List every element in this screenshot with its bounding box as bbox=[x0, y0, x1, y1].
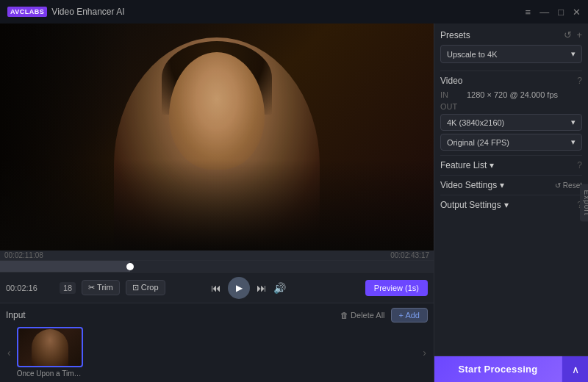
titlebar: AVCLABS Video Enhancer AI ≡ — □ ✕ bbox=[0, 0, 588, 24]
timeline-area[interactable] bbox=[0, 260, 434, 272]
skip-forward-button[interactable]: ⏭ bbox=[253, 281, 270, 295]
presets-chevron-icon: ▾ bbox=[571, 49, 576, 59]
reset-button[interactable]: ↺ Reset bbox=[555, 181, 582, 190]
timeline-progress bbox=[0, 261, 130, 272]
add-preset-icon[interactable]: + bbox=[576, 29, 582, 40]
bottom-bar: Start Processing ∧ bbox=[434, 356, 588, 382]
add-button[interactable]: + Add bbox=[391, 308, 428, 322]
controls-bar: 00:02:16 18 ✂ Trim ⊡ Crop ⏮ ▶ ⏭ 🔊 Previe… bbox=[0, 272, 434, 303]
expand-button[interactable]: ∧ bbox=[562, 356, 588, 382]
clip-thumb-figure bbox=[32, 329, 68, 366]
start-processing-button[interactable]: Start Processing bbox=[434, 356, 562, 382]
preview-button[interactable]: Preview (1s) bbox=[365, 280, 428, 296]
feature-list-label: Feature List bbox=[440, 160, 487, 170]
resolution-chevron-icon: ▾ bbox=[571, 118, 576, 127]
output-settings-title: Output Settings ▾ bbox=[440, 200, 509, 210]
video-title: Video bbox=[440, 76, 462, 86]
right-content: Presets ↺ + Upscale to 4K ▾ Video ? bbox=[434, 24, 588, 356]
video-background bbox=[0, 24, 434, 251]
feature-list-header[interactable]: Feature List ▾ ? bbox=[440, 160, 582, 170]
scroll-left-button[interactable]: ‹ bbox=[6, 345, 12, 360]
clip-item[interactable]: Once Upon a Time in ... bbox=[17, 327, 83, 378]
clip-name: Once Upon a Time in ... bbox=[17, 370, 83, 378]
close-icon[interactable]: ✕ bbox=[573, 7, 581, 18]
video-in-row: IN 1280 × 720 @ 24.000 fps bbox=[440, 90, 582, 99]
video-overlay-dark bbox=[0, 159, 434, 251]
output-settings-section: Output Settings ▾ ? bbox=[440, 195, 582, 210]
timeline-thumb[interactable] bbox=[126, 263, 134, 270]
play-button[interactable]: ▶ bbox=[228, 277, 250, 299]
minimize-icon[interactable]: — bbox=[539, 7, 549, 18]
main-content: 00:02:11:08 00:02:43:17 00:02:16 18 ✂ Tr… bbox=[0, 24, 588, 382]
feature-list-chevron-icon: ▾ bbox=[490, 160, 494, 170]
presets-title: Presets bbox=[440, 30, 470, 40]
input-header: Input 🗑 Delete All + Add bbox=[6, 308, 428, 322]
video-settings-label: Video Settings bbox=[440, 180, 497, 190]
timeline-start: 00:02:11:08 bbox=[4, 251, 43, 259]
presets-dropdown[interactable]: Upscale to 4K ▾ bbox=[440, 45, 582, 63]
input-actions: 🗑 Delete All + Add bbox=[340, 308, 428, 322]
video-settings-chevron-icon: ▾ bbox=[500, 180, 504, 190]
export-tab[interactable]: Export bbox=[580, 184, 588, 222]
output-settings-chevron-icon: ▾ bbox=[504, 200, 509, 210]
menu-icon[interactable]: ≡ bbox=[526, 7, 531, 18]
right-panel: Export Presets ↺ + Upscale to 4K ▾ bbox=[434, 24, 588, 382]
fps-chevron-icon: ▾ bbox=[571, 137, 576, 147]
crop-button[interactable]: ⊡ Crop bbox=[126, 280, 165, 295]
maximize-icon[interactable]: □ bbox=[558, 7, 564, 18]
frame-display: 18 bbox=[60, 282, 76, 294]
feature-list-section: Feature List ▾ ? bbox=[440, 155, 582, 170]
left-panel: 00:02:11:08 00:02:43:17 00:02:16 18 ✂ Tr… bbox=[0, 24, 434, 382]
video-section: Video ? IN 1280 × 720 @ 24.000 fps OUT 4… bbox=[440, 71, 582, 151]
feature-list-title: Feature List ▾ bbox=[440, 160, 494, 170]
output-settings-header[interactable]: Output Settings ▾ ? bbox=[440, 200, 582, 210]
timeline-bar[interactable] bbox=[0, 261, 434, 272]
video-header: Video ? bbox=[440, 76, 582, 86]
in-label: IN bbox=[440, 90, 461, 99]
skip-back-button[interactable]: ⏮ bbox=[207, 281, 225, 295]
current-time-display: 00:02:16 bbox=[6, 284, 54, 292]
feature-list-help-icon[interactable]: ? bbox=[577, 160, 582, 170]
video-settings-header[interactable]: Video Settings ▾ ↺ Reset bbox=[440, 180, 582, 190]
output-settings-label: Output Settings bbox=[440, 200, 501, 210]
video-preview bbox=[0, 24, 434, 251]
trim-button[interactable]: ✂ Trim bbox=[82, 280, 119, 295]
transport-controls: ⏮ ▶ ⏭ 🔊 bbox=[207, 277, 286, 299]
input-panel: Input 🗑 Delete All + Add ‹ Once Upon a T… bbox=[0, 303, 434, 382]
presets-icons: ↺ + bbox=[564, 29, 582, 40]
out-label: OUT bbox=[440, 102, 461, 111]
timeline-end: 00:02:43:17 bbox=[390, 251, 429, 259]
resolution-dropdown[interactable]: 4K (3840x2160) ▾ bbox=[440, 114, 582, 131]
logo-box: AVCLABS bbox=[7, 7, 47, 17]
clips-container: Once Upon a Time in ... bbox=[17, 327, 417, 378]
video-settings-title: Video Settings ▾ bbox=[440, 180, 504, 190]
video-out-row: OUT bbox=[440, 102, 582, 111]
resolution-value: 4K (3840x2160) bbox=[447, 118, 504, 127]
fps-value: Original (24 FPS) bbox=[447, 138, 509, 147]
input-scroll-area: ‹ Once Upon a Time in ... › bbox=[6, 327, 428, 378]
presets-section: Presets ↺ + Upscale to 4K ▾ bbox=[440, 29, 582, 63]
app-logo: AVCLABS Video Enhancer AI bbox=[7, 7, 125, 17]
in-value: 1280 × 720 @ 24.000 fps bbox=[467, 90, 558, 99]
scroll-right-button[interactable]: › bbox=[421, 345, 428, 360]
timeline-timestamps: 00:02:11:08 00:02:43:17 bbox=[0, 251, 434, 260]
volume-button[interactable]: 🔊 bbox=[273, 282, 286, 294]
refresh-icon[interactable]: ↺ bbox=[564, 29, 572, 40]
video-settings-section: Video Settings ▾ ↺ Reset bbox=[440, 175, 582, 190]
window-controls[interactable]: ≡ — □ ✕ bbox=[526, 7, 581, 18]
video-help-icon[interactable]: ? bbox=[577, 76, 582, 86]
input-label: Input bbox=[6, 310, 26, 320]
video-settings-right: ↺ Reset bbox=[555, 181, 582, 190]
presets-header: Presets ↺ + bbox=[440, 29, 582, 40]
delete-all-button[interactable]: 🗑 Delete All bbox=[340, 311, 385, 320]
app-name: Video Enhancer AI bbox=[51, 7, 124, 17]
clip-thumbnail bbox=[17, 327, 83, 367]
fps-dropdown[interactable]: Original (24 FPS) ▾ bbox=[440, 134, 582, 151]
presets-selected: Upscale to 4K bbox=[447, 50, 497, 59]
